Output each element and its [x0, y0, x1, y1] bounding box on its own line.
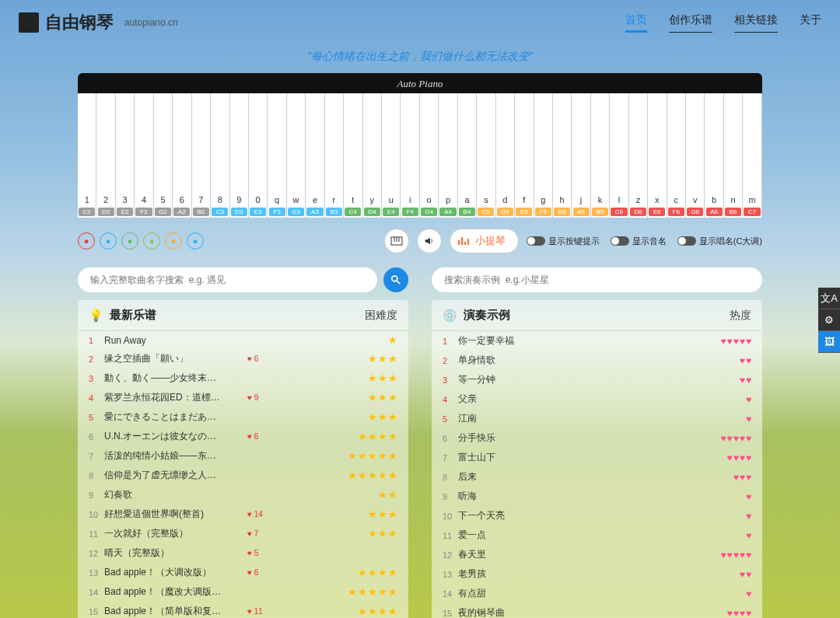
example-row[interactable]: 8后来♥♥♥	[432, 467, 762, 487]
score-row[interactable]: 14Bad apple！（魔改大调版…★★★★★	[78, 582, 408, 602]
white-key[interactable]: oG4	[420, 93, 439, 218]
score-row[interactable]: 6U.N.オーエンは彼女なの…♥ 6★★★★	[78, 427, 408, 446]
white-key[interactable]: eA3	[306, 93, 324, 218]
logo[interactable]: 自由钢琴 autopiano.cn	[19, 11, 178, 34]
white-key[interactable]: cF6	[667, 93, 686, 218]
volume-button[interactable]	[417, 229, 442, 253]
example-row[interactable]: 3等一分钟♥♥	[432, 370, 762, 389]
toggle-switch[interactable]	[527, 236, 545, 246]
example-search-input[interactable]	[432, 267, 762, 292]
example-row[interactable]: 13老男孩♥♥	[432, 564, 762, 584]
star-rating: ★★★	[368, 353, 397, 365]
white-key[interactable]: 8C3	[211, 93, 229, 218]
example-row[interactable]: 11爱一点♥	[432, 525, 762, 545]
white-key[interactable]: 7B2	[192, 93, 211, 218]
white-key[interactable]: 6A2	[173, 93, 191, 218]
white-key[interactable]: 3E2	[116, 93, 135, 218]
score-row[interactable]: 8信仰是为了虚无缥缈之人…★★★★★	[78, 466, 408, 485]
score-row[interactable]: 12晴天（完整版）♥ 5	[78, 543, 408, 563]
white-key[interactable]: xE6	[648, 93, 667, 218]
score-row[interactable]: 2缘之空插曲「願い」♥ 6★★★	[78, 349, 408, 368]
star-rating: ★★	[378, 489, 397, 501]
white-key[interactable]: 4F2	[135, 93, 153, 218]
nav-link[interactable]: 首页	[625, 13, 647, 33]
example-row[interactable]: 9听海♥	[432, 487, 762, 506]
weibo-icon[interactable]: ●	[78, 232, 95, 250]
settings-button[interactable]: ⚙	[818, 309, 840, 331]
score-row[interactable]: 15Bad apple！（简单版和复…♥ 11★★★★	[78, 602, 408, 618]
white-key[interactable]: gF5	[534, 93, 553, 218]
score-row[interactable]: 13Bad apple！（大调改版）♥ 6★★★★	[78, 563, 408, 582]
white-key[interactable]: 5G2	[154, 93, 173, 218]
song-search-button[interactable]	[383, 267, 408, 292]
white-key[interactable]: 1C2	[78, 93, 96, 218]
qq-icon[interactable]: ●	[100, 232, 117, 250]
heart-icon: ♥	[746, 394, 751, 405]
row-index: 6	[443, 434, 458, 443]
white-key[interactable]: 0E3	[249, 93, 268, 218]
toggle[interactable]: 显示按键提示	[527, 236, 600, 247]
toggle-switch[interactable]	[677, 236, 696, 246]
white-key[interactable]: tC4	[344, 93, 362, 218]
white-key[interactable]: aB4	[458, 93, 477, 218]
douban-icon[interactable]: ●	[143, 232, 160, 250]
example-row[interactable]: 12春天里♥♥♥♥♥	[432, 545, 762, 564]
toggle[interactable]: 显示唱名(C大调)	[677, 236, 762, 247]
white-key[interactable]: nB6	[724, 93, 743, 218]
note-label: G5	[554, 208, 570, 216]
example-row[interactable]: 7富士山下♥♥♥♥	[432, 448, 762, 467]
white-key[interactable]: rB3	[325, 93, 344, 218]
white-key[interactable]: fE5	[515, 93, 534, 218]
image-button[interactable]: 🖼	[818, 331, 840, 353]
example-row[interactable]: 15夜的钢琴曲♥♥♥♥	[432, 603, 762, 618]
white-key[interactable]: lC6	[610, 93, 628, 218]
white-key[interactable]: dD5	[496, 93, 515, 218]
example-row[interactable]: 1你一定要幸福♥♥♥♥♥	[432, 331, 762, 351]
white-key[interactable]: bA6	[705, 93, 723, 218]
white-key[interactable]: jA5	[572, 93, 590, 218]
white-key[interactable]: uE4	[382, 93, 401, 218]
twitter-icon[interactable]: ●	[187, 232, 204, 250]
keyboard-toggle-button[interactable]	[384, 229, 409, 253]
toggle-switch[interactable]	[611, 236, 629, 246]
example-row[interactable]: 2单身情歌♥♥	[432, 351, 762, 370]
note-label: B4	[459, 208, 475, 216]
translate-button[interactable]: 文A	[818, 288, 840, 309]
white-key[interactable]: sC5	[477, 93, 495, 218]
example-row[interactable]: 10下一个天亮♥	[432, 506, 762, 525]
score-row[interactable]: 4紫罗兰永恒花园ED：道標…♥ 9★★★	[78, 388, 408, 407]
example-row[interactable]: 6分手快乐♥♥♥♥♥	[432, 428, 762, 448]
white-key[interactable]: hG5	[553, 93, 572, 218]
score-row[interactable]: 3動く、動く——少女终末…★★★	[78, 368, 408, 388]
example-row[interactable]: 5江南♥	[432, 409, 762, 428]
star-icon[interactable]: ●	[165, 232, 182, 250]
score-row[interactable]: 11一次就好（完整版）♥ 7★★★	[78, 524, 408, 543]
white-key[interactable]: yD4	[363, 93, 382, 218]
score-row[interactable]: 7活泼的纯情小姑娘——东…★★★★★	[78, 446, 408, 466]
score-row[interactable]: 5愛にできることはまだあ…★★★	[78, 407, 408, 427]
song-search-input[interactable]	[78, 267, 377, 292]
white-key[interactable]: kB5	[591, 93, 610, 218]
white-key[interactable]: 9D3	[230, 93, 249, 218]
instrument-select[interactable]: 小提琴	[450, 229, 519, 253]
toggle[interactable]: 显示音名	[611, 236, 667, 247]
white-key[interactable]: 2D2	[96, 93, 115, 218]
white-key[interactable]: wG3	[287, 93, 306, 218]
nav-link[interactable]: 关于	[800, 13, 821, 33]
white-key[interactable]: pA4	[439, 93, 457, 218]
example-row[interactable]: 4父亲♥	[432, 389, 762, 409]
white-key[interactable]: mC7	[743, 93, 761, 218]
white-key[interactable]: iF4	[401, 93, 419, 218]
main-nav: 首页创作乐谱相关链接关于	[625, 13, 821, 33]
score-row[interactable]: 9幻奏歌★★	[78, 485, 408, 505]
white-key[interactable]: vG6	[686, 93, 705, 218]
nav-link[interactable]: 相关链接	[734, 13, 778, 33]
white-key[interactable]: zD6	[629, 93, 648, 218]
white-key[interactable]: qF3	[268, 93, 286, 218]
example-row[interactable]: 14有点甜♥	[432, 584, 762, 603]
score-row[interactable]: 10好想愛這個世界啊(整首)♥ 14★★★	[78, 505, 408, 524]
nav-link[interactable]: 创作乐谱	[669, 13, 712, 33]
score-row[interactable]: 1Run Away★	[78, 331, 408, 349]
wechat-icon[interactable]: ●	[121, 232, 138, 250]
song-name: 下一个天亮	[458, 509, 598, 522]
